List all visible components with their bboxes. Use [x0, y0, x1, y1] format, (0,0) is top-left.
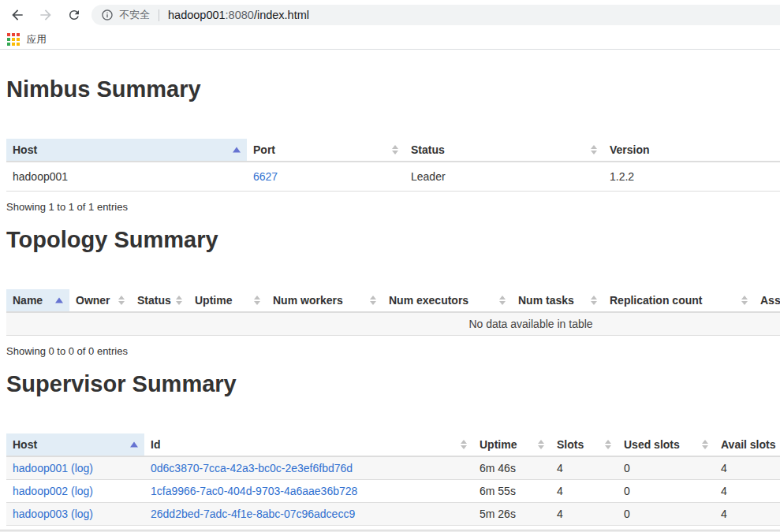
column-label: Slots [557, 438, 584, 451]
cell-version: 1.2.2 [603, 162, 780, 192]
sort-icon [741, 296, 748, 305]
sort-icon [538, 440, 544, 449]
id-link[interactable]: 0d6c3870-7cca-42a3-bc0c-2e3ef6fbd76d [151, 462, 353, 474]
cell-used-slots: 0 [618, 503, 715, 526]
column-label: Id [151, 438, 160, 451]
table-row: hadoop003 (log)26dd2bed-7adc-4f1e-8abc-0… [6, 503, 780, 526]
back-button[interactable] [8, 6, 27, 24]
column-label: Host [13, 438, 37, 451]
empty-message: No data available in table [6, 312, 780, 336]
cell-uptime: 5m 26s [473, 503, 550, 526]
site-info-icon[interactable] [101, 9, 114, 21]
apps-grid-icon[interactable] [7, 33, 20, 46]
sort-icon [118, 296, 125, 305]
empty-row: No data available in table [6, 312, 780, 336]
nimbus-entries-info: Showing 1 to 1 of 1 entries [6, 201, 780, 213]
refresh-icon [67, 8, 81, 22]
column-header-owner[interactable]: Owner [69, 289, 131, 312]
column-label: Owner [76, 294, 110, 307]
apps-grid-dot [17, 38, 20, 41]
column-header-version[interactable]: Version [603, 139, 780, 162]
host-link[interactable]: hadoop002 (log) [13, 485, 93, 497]
header-row: NameOwnerStatusUptimeNum workersNum exec… [6, 289, 780, 312]
cell-avail-slots: 4 [715, 480, 780, 503]
cell-status: Leader [405, 162, 603, 192]
id-link[interactable]: 1cfa9966-7ac0-404d-9703-4a6aae36b728 [151, 485, 357, 497]
sort-icon [254, 296, 260, 305]
cell-host: hadoop001 (log) [6, 456, 144, 480]
column-header-avail-slots[interactable]: Avail slots [715, 433, 780, 456]
column-label: Num executors [389, 294, 468, 307]
column-header-slots[interactable]: Slots [550, 433, 618, 456]
supervisor-summary-table: HostIdUptimeSlotsUsed slotsAvail slotsha… [6, 433, 780, 526]
apps-grid-dot [12, 43, 15, 46]
table-row: hadoop0016627Leader1.2.2 [6, 162, 780, 192]
forward-button[interactable] [36, 6, 55, 24]
apps-bookmark-label[interactable]: 应用 [27, 33, 47, 47]
cell-port: 6627 [247, 162, 405, 192]
cell-slots: 4 [550, 480, 618, 503]
column-header-num-executors[interactable]: Num executors [383, 289, 512, 312]
url-separator [159, 9, 159, 21]
address-bar[interactable]: 不安全 hadoop001:8080/index.html [91, 5, 780, 25]
back-arrow-icon [9, 7, 25, 23]
apps-grid-dot [12, 33, 15, 36]
cell-used-slots: 0 [618, 480, 715, 503]
apps-grid-dot [7, 38, 10, 41]
column-header-status[interactable]: Status [405, 139, 603, 162]
apps-grid-dot [7, 33, 10, 36]
apps-grid-dot [12, 38, 15, 41]
column-header-uptime[interactable]: Uptime [188, 289, 267, 312]
cell-host: hadoop003 (log) [6, 503, 144, 526]
column-header-used-slots[interactable]: Used slots [618, 433, 715, 456]
column-label: Avail slots [721, 438, 776, 451]
url-text: hadoop001:8080/index.html [168, 9, 309, 21]
host-link[interactable]: hadoop001 (log) [13, 462, 93, 474]
column-header-host[interactable]: Host [6, 139, 247, 162]
cell-avail-slots: 4 [715, 456, 780, 480]
column-header-status[interactable]: Status [131, 289, 188, 312]
column-header-uptime[interactable]: Uptime [473, 433, 550, 456]
sort-icon [605, 440, 611, 449]
table-row: hadoop001 (log)0d6c3870-7cca-42a3-bc0c-2… [6, 456, 780, 480]
table-row: hadoop002 (log)1cfa9966-7ac0-404d-9703-4… [6, 480, 780, 503]
sort-icon [499, 296, 506, 305]
column-header-port[interactable]: Port [247, 139, 405, 162]
topology-summary-table: NameOwnerStatusUptimeNum workersNum exec… [6, 289, 780, 336]
column-header-id[interactable]: Id [144, 433, 473, 456]
column-label: Status [411, 143, 445, 156]
sort-icon [461, 440, 467, 449]
column-header-num-workers[interactable]: Num workers [267, 289, 383, 312]
sort-icon [370, 296, 376, 305]
cell-uptime: 6m 46s [473, 456, 550, 480]
column-label: Num workers [273, 294, 343, 307]
section-title-nimbus: Nimbus Summary [6, 76, 780, 102]
column-header-assigned-mem-mb[interactable]: Assigned Mem (MB) [754, 289, 780, 312]
cell-uptime: 6m 55s [473, 480, 550, 503]
cell-avail-slots: 4 [715, 503, 780, 526]
column-header-host[interactable]: Host [6, 433, 144, 456]
column-label: Port [253, 143, 275, 156]
sort-icon [591, 145, 597, 154]
topology-entries-info: Showing 0 to 0 of 0 entries [6, 345, 780, 357]
section-title-topology: Topology Summary [6, 227, 780, 253]
column-label: Uptime [480, 438, 517, 451]
column-header-num-tasks[interactable]: Num tasks [512, 289, 603, 312]
column-label: Num tasks [518, 294, 574, 307]
id-link[interactable]: 26dd2bed-7adc-4f1e-8abc-07c96adcecc9 [151, 508, 355, 520]
cell-id: 26dd2bed-7adc-4f1e-8abc-07c96adcecc9 [144, 503, 473, 526]
apps-grid-dot [17, 43, 20, 46]
cell-id: 0d6c3870-7cca-42a3-bc0c-2e3ef6fbd76d [144, 456, 473, 480]
header-row: HostIdUptimeSlotsUsed slotsAvail slots [6, 433, 780, 456]
column-label: Replication count [610, 294, 702, 307]
port-link[interactable]: 6627 [253, 170, 278, 183]
column-header-name[interactable]: Name [6, 289, 69, 312]
host-link[interactable]: hadoop003 (log) [13, 508, 93, 520]
column-label: Assigned Mem (MB) [760, 294, 780, 307]
security-label: 不安全 [119, 8, 150, 22]
apps-grid-dot [7, 43, 10, 46]
column-header-replication-count[interactable]: Replication count [603, 289, 754, 312]
browser-toolbar: 不安全 hadoop001:8080/index.html [0, 0, 780, 30]
sort-icon [392, 145, 398, 154]
refresh-button[interactable] [65, 6, 84, 24]
